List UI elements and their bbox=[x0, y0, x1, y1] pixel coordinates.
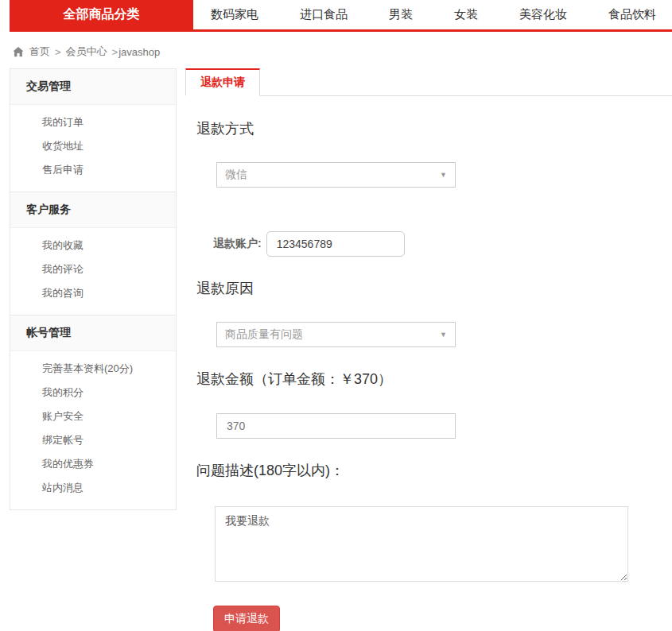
sidebar-section-customer-service: 客户服务 我的收藏 我的评论 我的咨询 bbox=[10, 192, 176, 315]
sidebar-item-aftersales-apply[interactable]: 售后申请 bbox=[10, 158, 176, 182]
main-nav: 数码家电 进口食品 男装 女装 美容化妆 食品饮料 bbox=[193, 0, 656, 29]
refund-reason-select[interactable]: 商品质量有问题 ▼ bbox=[216, 322, 456, 347]
breadcrumb-separator: > bbox=[112, 46, 118, 58]
breadcrumb-separator: > bbox=[55, 46, 61, 58]
nav-item-digital-appliances[interactable]: 数码家电 bbox=[211, 7, 258, 22]
refund-reason-value: 商品质量有问题 bbox=[225, 327, 303, 342]
sidebar-item-my-favorites[interactable]: 我的收藏 bbox=[10, 234, 176, 257]
refund-account-label: 退款账户: bbox=[213, 237, 262, 251]
sidebar-header-customer-service: 客户服务 bbox=[10, 192, 176, 228]
submit-refund-button[interactable]: 申请退款 bbox=[213, 606, 280, 631]
nav-item-menswear[interactable]: 男装 bbox=[389, 7, 413, 22]
sidebar-item-my-points[interactable]: 我的积分 bbox=[10, 381, 176, 405]
tab-refund-application[interactable]: 退款申请 bbox=[185, 68, 260, 96]
refund-reason-heading: 退款原因 bbox=[196, 279, 672, 298]
refund-amount-heading: 退款金额（订单金额：￥370） bbox=[196, 370, 672, 389]
problem-description-heading: 问题描述(180字以内)： bbox=[196, 461, 672, 480]
sidebar-item-bind-account[interactable]: 绑定帐号 bbox=[10, 428, 176, 452]
top-nav: 全部商品分类 数码家电 进口食品 男装 女装 美容化妆 食品饮料 bbox=[10, 0, 672, 32]
sidebar-item-my-coupons[interactable]: 我的优惠券 bbox=[10, 452, 176, 476]
sidebar-item-account-security[interactable]: 账户安全 bbox=[10, 405, 176, 428]
refund-form: 退款方式 微信 ▼ 退款账户: 退款原因 商品质量有问题 ▼ 退款金额（订单金额… bbox=[185, 119, 672, 631]
refund-account-input[interactable] bbox=[266, 231, 405, 257]
nav-item-food-drinks[interactable]: 食品饮料 bbox=[608, 7, 656, 22]
breadcrumb: 首页 > 会员中心 > javashop bbox=[13, 45, 672, 59]
content-area: 交易管理 我的订单 收货地址 售后申请 客户服务 我的收藏 我的评论 我的咨询 … bbox=[10, 68, 672, 631]
submit-row: 申请退款 bbox=[213, 606, 672, 631]
chevron-down-icon: ▼ bbox=[440, 331, 447, 339]
sidebar-item-my-comments[interactable]: 我的评论 bbox=[10, 257, 176, 281]
sidebar-list: 我的订单 收货地址 售后申请 bbox=[10, 105, 176, 192]
breadcrumb-member-center[interactable]: 会员中心 bbox=[66, 45, 107, 59]
home-icon bbox=[13, 46, 24, 57]
refund-method-heading: 退款方式 bbox=[196, 119, 672, 138]
sidebar-header-account-management: 帐号管理 bbox=[10, 316, 176, 351]
sidebar-item-my-consultations[interactable]: 我的咨询 bbox=[10, 281, 176, 305]
chevron-down-icon: ▼ bbox=[440, 171, 447, 179]
breadcrumb-home[interactable]: 首页 bbox=[29, 45, 50, 59]
breadcrumb-javashop[interactable]: javashop bbox=[118, 46, 160, 58]
sidebar: 交易管理 我的订单 收货地址 售后申请 客户服务 我的收藏 我的评论 我的咨询 … bbox=[10, 68, 177, 510]
sidebar-list: 完善基本资料(20分) 我的积分 账户安全 绑定帐号 我的优惠券 站内消息 bbox=[10, 351, 176, 509]
sidebar-item-complete-profile[interactable]: 完善基本资料(20分) bbox=[10, 357, 176, 381]
problem-description-textarea[interactable]: 我要退款 bbox=[215, 506, 628, 582]
sidebar-item-shipping-address[interactable]: 收货地址 bbox=[10, 134, 176, 158]
sidebar-list: 我的收藏 我的评论 我的咨询 bbox=[10, 228, 176, 315]
sidebar-header-trade-management: 交易管理 bbox=[10, 69, 176, 105]
refund-method-value: 微信 bbox=[225, 168, 247, 182]
nav-item-beauty-makeup[interactable]: 美容化妆 bbox=[519, 7, 567, 22]
refund-method-select[interactable]: 微信 ▼ bbox=[216, 162, 456, 188]
sidebar-item-my-orders[interactable]: 我的订单 bbox=[10, 110, 176, 134]
sidebar-section-trade: 交易管理 我的订单 收货地址 售后申请 bbox=[10, 69, 176, 192]
nav-item-womenswear[interactable]: 女装 bbox=[454, 7, 478, 22]
tab-bar: 退款申请 bbox=[185, 68, 672, 96]
refund-amount-input[interactable] bbox=[216, 413, 456, 439]
main-panel: 退款申请 退款方式 微信 ▼ 退款账户: 退款原因 商品质量有问题 ▼ 退款金额… bbox=[185, 68, 672, 631]
page: 全部商品分类 数码家电 进口食品 男装 女装 美容化妆 食品饮料 首页 > 会员… bbox=[0, 0, 672, 631]
all-categories-button[interactable]: 全部商品分类 bbox=[10, 0, 193, 29]
sidebar-item-site-messages[interactable]: 站内消息 bbox=[10, 476, 176, 500]
nav-item-imported-food[interactable]: 进口食品 bbox=[300, 7, 348, 22]
sidebar-section-account: 帐号管理 完善基本资料(20分) 我的积分 账户安全 绑定帐号 我的优惠券 站内… bbox=[10, 315, 176, 509]
refund-account-row: 退款账户: bbox=[213, 231, 672, 257]
